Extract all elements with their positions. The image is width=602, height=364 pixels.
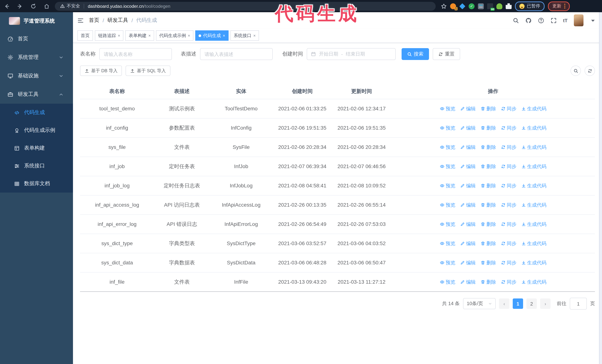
extension-icon[interactable]: 1 [450, 3, 456, 9]
sidebar-item-devtools[interactable]: 研发工具 [0, 85, 73, 104]
extension-icon[interactable]: on [487, 3, 493, 9]
page-size-select[interactable]: 10条/页 [463, 298, 496, 309]
sidebar-item-system[interactable]: 系统管理 [0, 48, 73, 67]
sync-action[interactable]: 同步 [501, 239, 516, 247]
delete-action[interactable]: 删除 [481, 239, 496, 247]
tab-tracing[interactable]: 链路追踪× [95, 30, 124, 41]
extension-sliders-icon[interactable] [478, 3, 484, 9]
delete-action[interactable]: 删除 [481, 163, 496, 170]
browser-update-button[interactable]: 更新 [548, 1, 570, 11]
generate-code-action[interactable]: 生成代码 [521, 124, 547, 132]
delete-action[interactable]: 删除 [481, 124, 496, 132]
tab-system-api[interactable]: 系统接口× [230, 30, 259, 41]
edit-action[interactable]: 编辑 [460, 278, 476, 286]
sync-action[interactable]: 同步 [501, 163, 516, 170]
hamburger-icon[interactable] [77, 17, 84, 23]
more-vertical-icon[interactable] [564, 4, 565, 5]
edit-action[interactable]: 编辑 [460, 201, 476, 209]
reset-button[interactable]: 重置 [433, 48, 460, 60]
preview-action[interactable]: 预览 [440, 220, 455, 228]
font-size-icon[interactable]: tT [563, 18, 568, 23]
breadcrumb-home[interactable]: 首页 [89, 17, 99, 24]
caret-down-icon[interactable] [590, 17, 596, 23]
next-page-button[interactable]: › [540, 299, 550, 309]
sidebar-item-system-api[interactable]: 系统接口 [0, 157, 73, 175]
generate-code-action[interactable]: 生成代码 [521, 163, 547, 170]
generate-code-action[interactable]: 生成代码 [521, 143, 547, 151]
preview-action[interactable]: 预览 [440, 278, 455, 286]
preview-action[interactable]: 预览 [440, 163, 455, 170]
page-button-1[interactable]: 1 [513, 299, 523, 309]
sync-action[interactable]: 同步 [501, 124, 516, 132]
edit-action[interactable]: 编辑 [460, 105, 476, 113]
preview-action[interactable]: 预览 [440, 182, 455, 190]
avatar[interactable] [574, 14, 583, 26]
import-db-button[interactable]: 基于 DB 导入 [80, 65, 122, 76]
sync-action[interactable]: 同步 [501, 278, 516, 286]
browser-reload-icon[interactable] [30, 3, 36, 9]
sidebar-item-db-doc[interactable]: 数据库文档 [0, 175, 73, 193]
tab-form-builder[interactable]: 表单构建× [125, 30, 154, 41]
date-range-picker[interactable]: 开始日期 - 结束日期 [307, 48, 396, 60]
delete-action[interactable]: 删除 [481, 105, 496, 113]
delete-action[interactable]: 删除 [481, 143, 496, 151]
bookmark-star-icon[interactable] [441, 3, 447, 9]
tab-codegen[interactable]: 代码生成× [195, 30, 229, 41]
app-logo[interactable]: 芋道管理系统 [0, 12, 73, 30]
sync-action[interactable]: 同步 [501, 259, 516, 267]
address-bar[interactable]: 不安全 dashboard.yudao.iocoder.cn/tool/code… [55, 2, 436, 10]
sidebar-item-codegen[interactable]: 代码生成 [0, 104, 73, 122]
delete-action[interactable]: 删除 [481, 278, 496, 286]
prev-page-button[interactable]: ‹ [499, 299, 509, 309]
delete-action[interactable]: 删除 [481, 201, 496, 209]
table-name-input[interactable] [99, 48, 172, 60]
generate-code-action[interactable]: 生成代码 [521, 105, 547, 113]
header-search-icon[interactable] [513, 17, 519, 23]
generate-code-action[interactable]: 生成代码 [521, 259, 547, 267]
sync-action[interactable]: 同步 [501, 220, 516, 228]
edit-action[interactable]: 编辑 [460, 239, 476, 247]
generate-code-action[interactable]: 生成代码 [521, 201, 547, 209]
close-icon[interactable]: × [223, 33, 225, 38]
extension-key-icon[interactable] [496, 3, 502, 9]
edit-action[interactable]: 编辑 [460, 143, 476, 151]
extension-gem-icon[interactable] [459, 3, 465, 9]
sync-action[interactable]: 同步 [501, 201, 516, 209]
generate-code-action[interactable]: 生成代码 [521, 220, 547, 228]
generate-code-action[interactable]: 生成代码 [521, 278, 547, 286]
preview-action[interactable]: 预览 [440, 239, 455, 247]
extension-puzzle-icon[interactable] [506, 3, 512, 9]
breadcrumb-devtools[interactable]: 研发工具 [108, 17, 128, 24]
preview-action[interactable]: 预览 [440, 124, 455, 132]
generate-code-action[interactable]: 生成代码 [521, 182, 547, 190]
sidebar-item-codegen-example[interactable]: 代码生成示例 [0, 122, 73, 139]
help-icon[interactable] [538, 17, 544, 23]
github-icon[interactable] [525, 17, 531, 23]
browser-back-icon[interactable] [4, 3, 10, 9]
edit-action[interactable]: 编辑 [460, 259, 476, 267]
browser-home-icon[interactable] [44, 3, 50, 9]
edit-action[interactable]: 编辑 [460, 124, 476, 132]
close-icon[interactable]: × [188, 33, 190, 38]
paused-extension-pill[interactable]: 已暂停 [515, 1, 545, 11]
sync-action[interactable]: 同步 [501, 143, 516, 151]
sidebar-item-form-builder[interactable]: 表单构建 [0, 139, 73, 157]
generate-code-action[interactable]: 生成代码 [521, 239, 547, 247]
preview-action[interactable]: 预览 [440, 201, 455, 209]
close-icon[interactable]: × [253, 33, 256, 38]
search-button[interactable]: 搜索 [402, 48, 429, 60]
edit-action[interactable]: 编辑 [460, 220, 476, 228]
close-icon[interactable]: × [148, 33, 151, 38]
edit-action[interactable]: 编辑 [460, 163, 476, 170]
sidebar-item-home[interactable]: 首页 [0, 30, 73, 48]
refresh-table-button[interactable] [585, 65, 595, 76]
tab-home[interactable]: 首页 [77, 30, 93, 41]
browser-forward-icon[interactable] [17, 3, 23, 9]
preview-action[interactable]: 预览 [440, 259, 455, 267]
close-icon[interactable]: × [118, 33, 120, 38]
delete-action[interactable]: 删除 [481, 182, 496, 190]
edit-action[interactable]: 编辑 [460, 182, 476, 190]
table-desc-input[interactable] [200, 48, 273, 60]
import-sql-button[interactable]: 基于 SQL 导入 [126, 65, 170, 76]
page-scrollbar[interactable] [599, 12, 602, 364]
